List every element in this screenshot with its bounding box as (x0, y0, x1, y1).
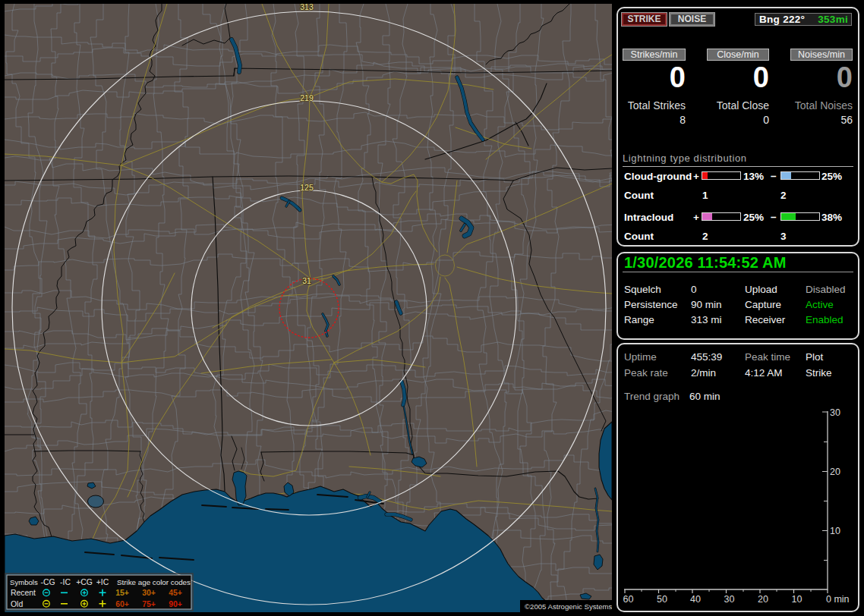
svg-text:15+: 15+ (115, 589, 129, 597)
svg-text:45+: 45+ (169, 589, 182, 597)
svg-text:50: 50 (657, 594, 667, 605)
svg-text:219: 219 (300, 93, 314, 102)
svg-text:20: 20 (758, 594, 768, 605)
svg-text:20: 20 (830, 467, 840, 477)
svg-text:125: 125 (300, 183, 314, 192)
svg-text:Old: Old (11, 600, 23, 608)
svg-text:60: 60 (623, 594, 634, 605)
svg-text:Recent: Recent (11, 589, 36, 597)
svg-text:90+: 90+ (169, 600, 182, 608)
svg-text:0 min: 0 min (826, 594, 850, 605)
svg-text:313: 313 (300, 4, 314, 11)
svg-text:Strike age color codes: Strike age color codes (117, 578, 191, 586)
svg-text:10: 10 (792, 594, 803, 605)
svg-text:10: 10 (830, 526, 840, 536)
svg-text:75+: 75+ (142, 600, 156, 608)
svg-text:40: 40 (690, 594, 701, 605)
svg-text:30+: 30+ (142, 589, 156, 597)
svg-text:30: 30 (830, 407, 840, 418)
svg-text:+IC: +IC (96, 578, 109, 586)
svg-text:-IC: -IC (60, 578, 71, 586)
svg-text:©2005 Astrogenic Systems: ©2005 Astrogenic Systems (525, 602, 612, 611)
svg-text:+CG: +CG (76, 578, 93, 586)
svg-text:31: 31 (302, 276, 311, 285)
svg-text:30: 30 (724, 594, 735, 605)
svg-text:60+: 60+ (115, 600, 129, 608)
svg-text:-CG: -CG (40, 578, 55, 586)
svg-text:Symbols: Symbols (10, 578, 38, 586)
